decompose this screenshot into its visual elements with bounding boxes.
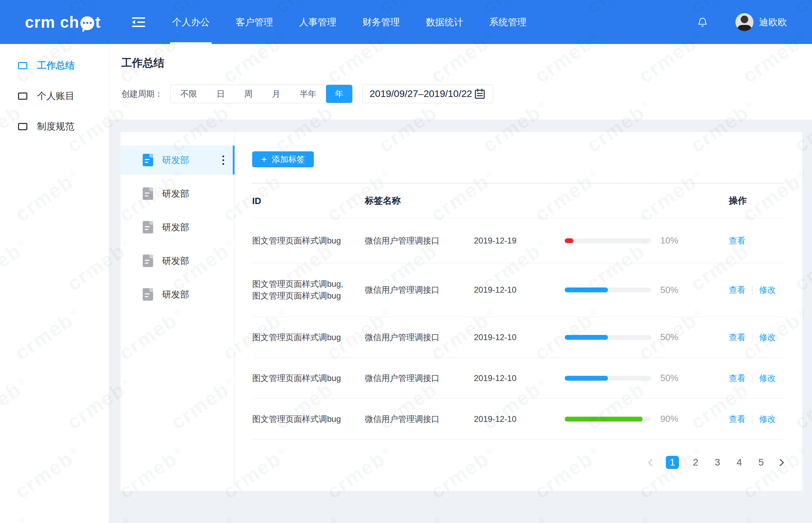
add-tag-button[interactable]: + 添加标签 — [252, 151, 314, 167]
row-tag-name: 微信用户管理调接口 — [365, 332, 474, 343]
tag-table-area: + 添加标签 ID 标签名称 操作 图文管理页面样式调bug 微信用户管理调接口… — [235, 132, 802, 491]
next-page-button[interactable] — [777, 459, 784, 466]
category-list: 研发部 研发部 研发部 研发部 研发部 — [121, 132, 235, 491]
row-date: 2019-12-19 — [474, 236, 565, 246]
page-button-2[interactable]: 2 — [690, 457, 701, 468]
table-row: 图文管理页面样式调bug 微信用户管理调接口 2019-12-10 50% 查看… — [252, 358, 783, 399]
row-date: 2019-12-10 — [474, 333, 565, 342]
row-progress: 10% — [565, 235, 693, 246]
edit-link[interactable]: 修改 — [759, 414, 776, 425]
category-item-rd-dept[interactable]: 研发部 — [121, 246, 235, 275]
progress-track — [565, 238, 651, 243]
row-actions: 查看 修改 — [721, 414, 783, 425]
page-title: 工作总结 — [121, 56, 164, 70]
category-item-rd-dept[interactable]: 研发部 — [121, 145, 235, 175]
progress-percent: 50% — [660, 285, 678, 295]
date-range-value: 2019/09/27–2019/10/22 — [370, 88, 472, 99]
action-divider — [752, 333, 752, 342]
top-navbar: crm ch t 个人办公 客户管理 人事管理 财务管理 数据统计 系统管理 — [0, 0, 812, 44]
nav-item-finance-mgmt[interactable]: 财务管理 — [362, 0, 400, 44]
progress-fill — [565, 417, 643, 422]
page-button-1[interactable]: 1 — [666, 456, 679, 469]
table-row: 图文管理页面样式调bug 微信用户管理调接口 2019-12-19 10% 查看 — [252, 218, 783, 263]
row-actions: 查看 修改 — [721, 332, 783, 343]
row-id: 图文管理页面样式调bug — [252, 413, 365, 425]
period-half-year[interactable]: 半年 — [290, 85, 326, 103]
nav-item-data-stats[interactable]: 数据统计 — [426, 0, 463, 44]
edit-link[interactable]: 修改 — [759, 373, 776, 384]
chat-bubble-icon — [80, 16, 94, 30]
edit-link[interactable]: 修改 — [759, 332, 776, 343]
row-date: 2019-12-10 — [474, 373, 565, 383]
category-item-rd-dept[interactable]: 研发部 — [121, 213, 235, 242]
prev-page-button[interactable] — [648, 459, 655, 466]
view-link[interactable]: 查看 — [729, 284, 745, 295]
date-range-input[interactable]: 2019/09/27–2019/10/22 — [362, 85, 493, 103]
progress-track — [565, 417, 651, 422]
view-link[interactable]: 查看 — [729, 414, 745, 425]
document-icon — [143, 154, 153, 166]
progress-fill — [565, 238, 573, 243]
category-item-rd-dept[interactable]: 研发部 — [121, 280, 235, 309]
table-header: ID 标签名称 操作 — [252, 184, 783, 218]
header-action: 操作 — [721, 195, 783, 207]
main-nav: 个人办公 客户管理 人事管理 财务管理 数据统计 系统管理 — [172, 0, 553, 44]
row-tag-name: 微信用户管理调接口 — [365, 284, 474, 295]
page-button-4[interactable]: 4 — [734, 457, 744, 468]
progress-fill — [565, 376, 608, 381]
edit-link[interactable]: 修改 — [759, 284, 776, 295]
bell-icon[interactable] — [697, 15, 708, 29]
panel-icon — [18, 92, 27, 100]
row-date: 2019-12-10 — [474, 414, 565, 424]
view-link[interactable]: 查看 — [729, 235, 745, 246]
row-id: 图文管理页面样式调bug — [252, 331, 365, 343]
row-id: 图文管理页面样式调bug — [252, 235, 365, 247]
period-day[interactable]: 日 — [207, 85, 235, 103]
sidebar-item-rules[interactable]: 制度规范 — [0, 111, 109, 142]
nav-item-personal-office[interactable]: 个人办公 — [172, 0, 210, 44]
filter-label: 创建周期： — [121, 88, 163, 99]
period-button-group: 不限 日 周 月 半年 年 — [170, 85, 353, 103]
sidebar-item-personal-accounts[interactable]: 个人账目 — [0, 81, 109, 111]
progress-track — [565, 335, 651, 340]
row-date: 2019-12-10 — [474, 285, 565, 295]
row-progress: 50% — [565, 373, 693, 383]
period-month[interactable]: 月 — [262, 85, 290, 103]
nav-item-customer-mgmt[interactable]: 客户管理 — [236, 0, 273, 44]
panel-icon — [18, 62, 27, 69]
sidebar-item-work-summary[interactable]: 工作总结 — [0, 50, 109, 81]
action-divider — [752, 374, 752, 383]
document-icon — [143, 187, 153, 200]
nav-item-system-mgmt[interactable]: 系统管理 — [489, 0, 527, 44]
row-actions: 查看 修改 — [721, 284, 783, 295]
category-item-rd-dept[interactable]: 研发部 — [121, 179, 235, 208]
page-button-5[interactable]: 5 — [756, 457, 766, 468]
period-week[interactable]: 周 — [235, 85, 262, 103]
progress-track — [565, 287, 651, 292]
period-year[interactable]: 年 — [326, 85, 352, 103]
row-progress: 50% — [565, 285, 693, 295]
nav-item-hr-mgmt[interactable]: 人事管理 — [299, 0, 336, 44]
view-link[interactable]: 查看 — [729, 373, 745, 384]
logo-text-right: t — [95, 13, 101, 32]
active-indicator-bar — [233, 145, 235, 175]
row-tag-name: 微信用户管理调接口 — [365, 414, 474, 425]
username[interactable]: 迪欧欧 — [759, 16, 787, 28]
page-button-3[interactable]: 3 — [712, 457, 723, 468]
row-id: 图文管理页面样式调bug — [252, 372, 365, 384]
sidebar: 工作总结 个人账目 制度规范 — [0, 44, 109, 523]
action-divider — [752, 285, 752, 294]
table-row: 图文管理页面样式调bug 微信用户管理调接口 2019-12-10 50% 查看… — [252, 317, 783, 358]
progress-percent: 90% — [660, 414, 678, 424]
progress-track — [565, 376, 651, 381]
kebab-menu-icon[interactable] — [220, 153, 226, 167]
user-avatar[interactable] — [735, 13, 753, 31]
row-id: 图文管理页面样式调bug, 图文管理页面样式调bug — [252, 278, 365, 302]
menu-fold-icon[interactable] — [132, 17, 145, 27]
row-actions: 查看 — [721, 235, 783, 246]
table-row: 图文管理页面样式调bug 微信用户管理调接口 2019-12-10 90% 查看… — [252, 399, 783, 440]
row-tag-name: 微信用户管理调接口 — [365, 235, 474, 246]
row-progress: 50% — [565, 332, 693, 343]
view-link[interactable]: 查看 — [729, 332, 745, 343]
period-unlimited[interactable]: 不限 — [171, 85, 207, 103]
